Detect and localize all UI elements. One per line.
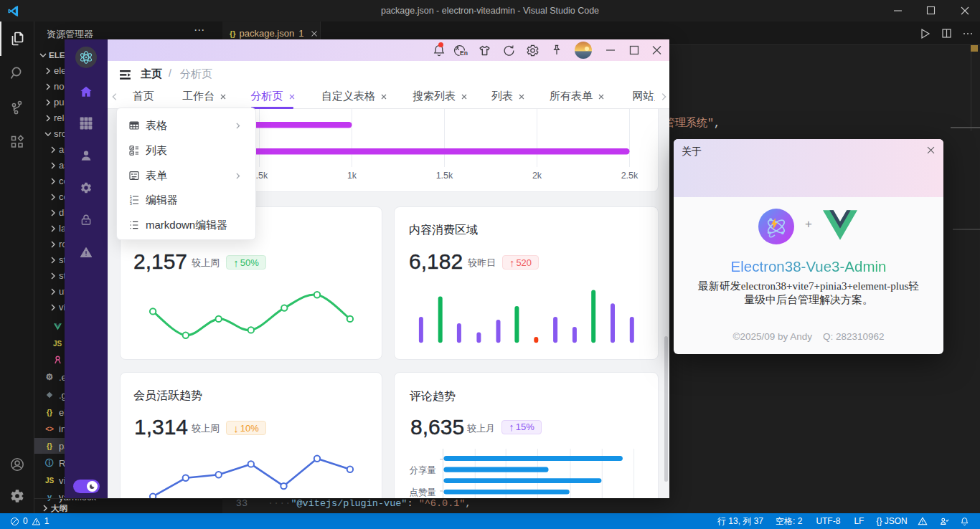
svg-text:3: 3 bbox=[130, 201, 132, 206]
svg-text:2k: 2k bbox=[532, 171, 542, 181]
svg-text:1.5k: 1.5k bbox=[436, 171, 453, 181]
svg-text:2.5k: 2.5k bbox=[621, 171, 639, 181]
svg-text:1k: 1k bbox=[347, 171, 357, 181]
